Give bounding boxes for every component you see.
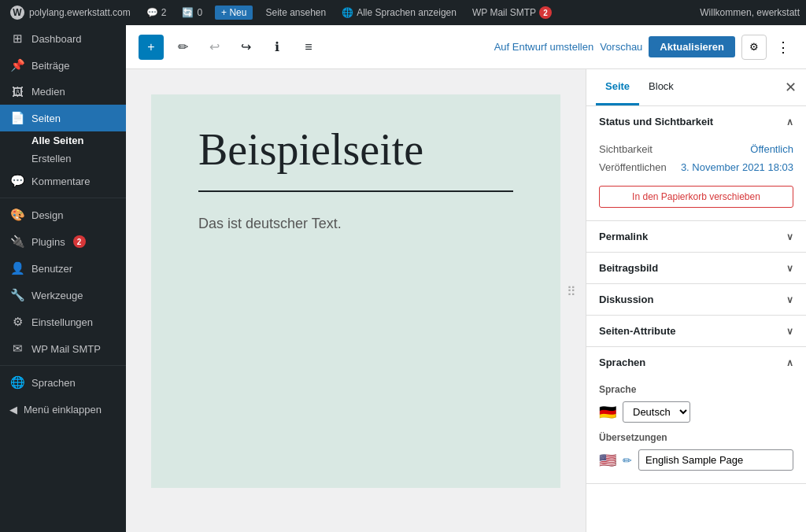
- sidebar-item-wpmail[interactable]: ✉ WP Mail SMTP: [0, 335, 126, 362]
- section-discussion: Diskussion ∨: [586, 284, 806, 316]
- tab-seite[interactable]: Seite: [596, 69, 639, 105]
- admin-bar-updates[interactable]: 🔄 0: [179, 7, 205, 18]
- chevron-down-icon-4: ∨: [786, 326, 793, 337]
- site-url: polylang.ewerkstatt.com: [29, 7, 131, 18]
- editor-toolbar: + ✏ ↩ ↪ ℹ ≡ Auf Entwurf umstellen Vorsch…: [126, 25, 806, 69]
- sprache-label: Sprache: [599, 384, 793, 395]
- sidebar-item-label: Design: [31, 209, 63, 221]
- redo-button[interactable]: ↪: [233, 35, 258, 60]
- panel-header: Seite Block ✕: [586, 69, 806, 106]
- language-select[interactable]: Deutsch English: [623, 401, 690, 423]
- sidebar: ⊞ Dashboard 📌 Beiträge 🖼 Medien 📄 Seiten…: [0, 25, 126, 532]
- collapse-icon: ◀: [9, 404, 17, 416]
- sidebar-item-medien[interactable]: 🖼 Medien: [0, 79, 126, 105]
- admin-bar-welcome: Willkommen, ewerkstatt: [700, 7, 800, 18]
- admin-bar-new[interactable]: + Neu: [215, 6, 253, 20]
- section-status-visibility: Status und Sichtbarkeit ∧ Sichtbarkeit Ö…: [586, 106, 806, 221]
- chevron-down-icon: ∨: [786, 231, 793, 242]
- plugins-icon: 🔌: [9, 235, 25, 249]
- sidebar-divider-2: [0, 365, 126, 366]
- sidebar-item-plugins[interactable]: 🔌 Plugins 2: [0, 228, 126, 255]
- sidebar-sub-erstellen[interactable]: Erstellen: [0, 150, 126, 168]
- sidebar-item-sprachen[interactable]: 🌐 Sprachen: [0, 369, 126, 396]
- medien-icon: 🖼: [9, 85, 25, 98]
- undo-button[interactable]: ↩: [202, 35, 227, 60]
- more-options-button[interactable]: ⋮: [773, 35, 793, 59]
- admin-bar-comments[interactable]: 💬 2: [143, 7, 170, 18]
- section-status-header[interactable]: Status und Sichtbarkeit ∧: [586, 106, 806, 137]
- publish-date[interactable]: 3. November 2021 18:03: [681, 161, 793, 173]
- comment-icon: 💬: [146, 7, 158, 18]
- sidebar-sub-alle-seiten[interactable]: Alle Seiten: [0, 131, 126, 150]
- sidebar-item-beitraege[interactable]: 📌 Beiträge: [0, 52, 126, 79]
- sidebar-item-label: Kommentare: [31, 175, 90, 187]
- wpmail-icon: ✉: [9, 342, 25, 356]
- sidebar-item-design[interactable]: 🎨 Design: [0, 201, 126, 228]
- sidebar-item-benutzer[interactable]: 👤 Benutzer: [0, 255, 126, 282]
- visibility-row: Sichtbarkeit Öffentlich: [599, 143, 793, 155]
- section-sprachen-header[interactable]: Sprachen ∧: [586, 347, 806, 378]
- wpmail-badge: 2: [539, 6, 552, 19]
- languages-icon: 🌐: [342, 7, 353, 18]
- edit-translation-button[interactable]: ✏: [623, 454, 632, 467]
- draft-button[interactable]: Auf Entwurf umstellen: [494, 41, 593, 53]
- kommentare-icon: 💬: [9, 174, 25, 188]
- canvas-body-text[interactable]: Das ist deutscher Text.: [198, 216, 513, 232]
- publish-row: Veröffentlichen 3. November 2021 18:03: [599, 161, 793, 173]
- section-page-attributes: Seiten-Attribute ∨: [586, 316, 806, 347]
- info-button[interactable]: ℹ: [264, 35, 290, 60]
- sidebar-item-label: WP Mail SMTP: [31, 343, 101, 355]
- werkzeuge-icon: 🔧: [9, 288, 25, 302]
- design-icon: 🎨: [9, 208, 25, 222]
- publish-button[interactable]: Aktualisieren: [649, 36, 735, 57]
- section-featured-image: Beitragsbild ∨: [586, 253, 806, 284]
- trash-button[interactable]: In den Papierkorb verschieben: [599, 186, 793, 208]
- language-row: 🇩🇪 Deutsch English: [599, 401, 793, 423]
- sidebar-item-einstellungen[interactable]: ⚙ Einstellungen: [0, 308, 126, 335]
- uebersetzungen-label: Übersetzungen: [599, 432, 793, 443]
- sidebar-item-dashboard[interactable]: ⊞ Dashboard: [0, 25, 126, 52]
- page-title[interactable]: Beispielseite: [198, 126, 513, 175]
- sidebar-item-kommentare[interactable]: 💬 Kommentare: [0, 168, 126, 194]
- editor-canvas[interactable]: Beispielseite Das ist deutscher Text. ⠿: [126, 69, 586, 532]
- publish-label: Veröffentlichen: [599, 161, 667, 173]
- section-permalink: Permalink ∨: [586, 221, 806, 253]
- editor-body: Beispielseite Das ist deutscher Text. ⠿ …: [126, 69, 806, 532]
- sidebar-divider: [0, 198, 126, 198]
- main-area: + ✏ ↩ ↪ ℹ ≡ Auf Entwurf umstellen Vorsch…: [126, 25, 806, 532]
- preview-button[interactable]: Vorschau: [600, 41, 642, 53]
- edit-button[interactable]: ✏: [170, 35, 195, 60]
- benutzer-icon: 👤: [9, 261, 25, 275]
- panel-close-button[interactable]: ✕: [785, 79, 797, 96]
- settings-button[interactable]: ⚙: [741, 35, 767, 60]
- drag-handle-icon[interactable]: ⠿: [567, 284, 576, 299]
- translation-input[interactable]: [638, 449, 793, 471]
- sidebar-collapse[interactable]: ◀ Menü einklappen: [0, 396, 126, 423]
- admin-bar-view-site[interactable]: Seite ansehen: [262, 7, 329, 18]
- wp-logo-icon: W: [9, 5, 25, 20]
- us-flag-icon: 🇺🇸: [599, 452, 616, 469]
- sidebar-item-seiten[interactable]: 📄 Seiten: [0, 105, 126, 131]
- list-view-button[interactable]: ≡: [296, 35, 321, 60]
- sidebar-item-label: Werkzeuge: [31, 290, 83, 301]
- translation-row: 🇺🇸 ✏: [599, 449, 793, 471]
- sidebar-item-label: Plugins: [31, 236, 65, 248]
- visibility-value[interactable]: Öffentlich: [750, 143, 793, 155]
- admin-bar-wpmail[interactable]: WP Mail SMTP 2: [469, 6, 555, 19]
- chevron-up-icon-2: ∧: [786, 357, 793, 368]
- section-discussion-header[interactable]: Diskussion ∨: [586, 284, 806, 315]
- admin-bar-show-languages[interactable]: 🌐 Alle Sprachen anzeigen: [338, 7, 460, 18]
- sidebar-item-label: Medien: [31, 86, 65, 98]
- sidebar-item-label: Sprachen: [31, 377, 76, 389]
- tab-block[interactable]: Block: [639, 69, 683, 105]
- chevron-up-icon: ∧: [786, 116, 793, 127]
- canvas-inner: Beispielseite Das ist deutscher Text. ⠿: [151, 94, 560, 488]
- section-featuredimage-header[interactable]: Beitragsbild ∨: [586, 253, 806, 283]
- add-block-button[interactable]: +: [139, 35, 164, 60]
- section-pageattributes-header[interactable]: Seiten-Attribute ∨: [586, 316, 806, 346]
- sidebar-item-werkzeuge[interactable]: 🔧 Werkzeuge: [0, 282, 126, 308]
- dashboard-icon: ⊞: [9, 31, 25, 46]
- toolbar-right: Auf Entwurf umstellen Vorschau Aktualisi…: [494, 35, 793, 60]
- admin-bar-site[interactable]: W polylang.ewerkstatt.com: [6, 5, 134, 20]
- section-permalink-header[interactable]: Permalink ∨: [586, 221, 806, 252]
